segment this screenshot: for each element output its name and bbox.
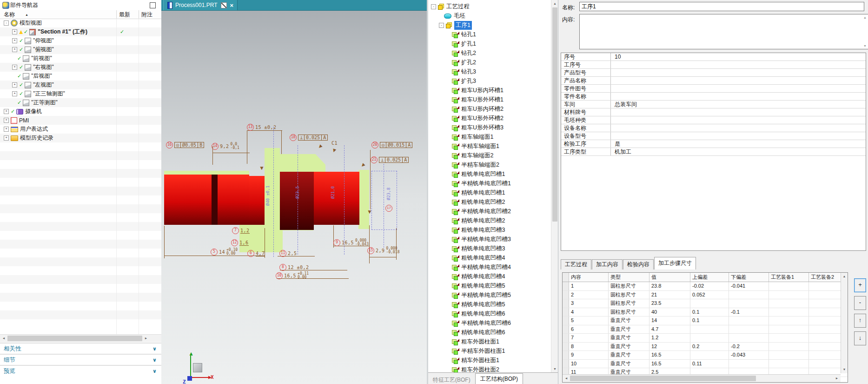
process-tree-item[interactable]: 粗车U形内环槽1 [428,86,504,95]
move-down-button[interactable]: ↓ [854,331,866,345]
property-row[interactable]: 序号10 [561,53,866,61]
property-value[interactable]: 是 [611,140,620,148]
navigator-tree-item[interactable]: +✓"仰视图" [0,36,161,45]
table-cell[interactable]: 3 [569,299,609,308]
table-cell[interactable] [729,317,769,325]
process-tree-item[interactable]: 半精铣单纯底凹槽4 [428,263,511,272]
property-row[interactable]: 材料牌号 [561,108,866,116]
navigator-tree-item[interactable]: +✓"左视图" [0,81,161,89]
expand-icon[interactable]: + [4,109,9,114]
process-tree-item[interactable]: 钻孔2 [428,48,476,58]
property-row[interactable]: 设备型号 [561,132,866,140]
table-row[interactable]: 7垂直尺寸1.2 [563,334,848,343]
table-cell[interactable]: 2 [569,291,609,299]
process-tree-vscrollbar[interactable]: ▲ ▼ [551,0,558,372]
process-tree-item[interactable]: 粗车轴端面1 [428,132,493,141]
expand-icon[interactable]: + [4,135,9,141]
section-dependencies[interactable]: 相关性 ∨ [0,343,161,354]
table-cell[interactable] [769,317,809,325]
scroll-left-icon[interactable]: ◄ [563,375,570,382]
property-value[interactable] [611,69,615,76]
process-tree-item[interactable]: 粗铣单纯底凹槽6 [428,309,505,318]
process-tree-item[interactable]: 粗铣单纯底凹槽5 [428,281,505,290]
row-selector[interactable] [563,351,569,359]
section-preview[interactable]: 预览 ∨ [0,365,161,376]
edit-icon[interactable] [221,2,227,8]
expand-icon[interactable]: + [12,29,17,34]
content-textarea[interactable]: ▲ ▼ [579,14,868,49]
column-latest[interactable]: 最新 [115,11,130,19]
table-cell[interactable]: 8 [569,343,609,351]
scrollbar-thumb[interactable] [570,376,756,381]
table-cell[interactable]: 4.7 [649,325,690,334]
table-cell[interactable] [729,299,769,308]
table-row[interactable]: 10垂直尺寸16.50.11 [563,360,848,369]
restore-window-icon[interactable] [150,2,156,8]
column-header[interactable]: 值 [649,273,690,282]
table-cell[interactable] [729,291,769,299]
process-tree-item[interactable]: 粗铣单纯底凹槽1 [428,169,505,179]
table-cell[interactable]: 圆柱形尺寸 [609,299,649,308]
detail-tab[interactable]: 工艺过程 [561,259,591,269]
process-tree-item[interactable]: 毛坯 [428,11,465,20]
process-tree-item[interactable]: 半精铣单纯底凹槽2 [428,207,511,216]
table-cell[interactable] [769,299,809,308]
table-cell[interactable]: 垂直尺寸 [609,317,649,325]
table-cell[interactable]: 16.5 [649,360,690,368]
process-tree-item[interactable]: 半精车轴端面1 [428,141,499,151]
process-tree-item[interactable]: 半精铣单纯底凹槽6 [428,318,511,328]
table-cell[interactable]: 6 [569,325,609,334]
process-tree-item[interactable]: 粗车外圆柱面2 [428,365,499,372]
section-details[interactable]: 细节 ∨ [0,354,161,365]
table-cell[interactable]: -0.2 [729,343,769,351]
process-tree-item[interactable]: 粗车U形内环槽2 [428,104,504,114]
property-row[interactable]: 产品型号 [561,69,866,77]
scroll-up-icon[interactable]: ▲ [863,16,867,19]
table-cell[interactable]: 0.1 [690,308,729,317]
property-value[interactable]: 10 [611,53,621,61]
dimension-table[interactable]: 内容类型值上偏差下偏差工艺装备1工艺装备2名称1圆柱形尺寸23.8-0.02-0… [562,272,848,383]
table-cell[interactable]: -0.1 [729,308,769,317]
table-cell[interactable]: 10 [569,360,609,368]
row-selector[interactable] [563,343,569,351]
property-value[interactable] [611,132,615,140]
table-cell[interactable]: 垂直尺寸 [609,351,649,359]
operation-properties-grid[interactable]: 序号10工序号产品型号产品名称零件图号零件名称车间总装车间材料牌号毛坯种类设备名… [561,53,866,251]
table-cell[interactable] [769,360,809,368]
process-tree-item[interactable]: 精铣单纯底凹槽3 [428,244,505,253]
table-row[interactable]: 4圆柱形尺寸400.1-0.1 [563,308,848,317]
remove-row-button[interactable]: - [854,296,866,310]
tree-column-header[interactable]: 名称 ▲ 最新 附注 [0,10,161,19]
model-canvas[interactable]: ▼▼▼▼▼16◎Ø0.05B149,20,0-0,11315 ±0,218⊥0.… [161,10,427,384]
part-file-tab[interactable]: Process001.PRT × [163,0,238,10]
row-selector[interactable] [563,317,569,325]
table-cell[interactable] [769,291,809,299]
table-cell[interactable] [729,360,769,368]
column-header[interactable]: 工艺装备1 [769,273,809,282]
table-cell[interactable]: 21 [649,291,690,299]
table-cell[interactable] [729,325,769,334]
scroll-right-icon[interactable]: ► [142,335,150,342]
navigator-tree-item[interactable]: ✓"前视图" [0,54,161,63]
row-selector[interactable] [563,308,569,317]
table-cell[interactable] [690,351,729,359]
table-cell[interactable]: 垂直尺寸 [609,334,649,342]
table-cell[interactable]: -0.043 [729,351,769,359]
expand-icon[interactable]: + [12,91,17,96]
scroll-down-icon[interactable]: ▼ [863,44,867,47]
process-tree-item[interactable]: 扩孔1 [428,39,476,48]
column-header[interactable]: 上偏差 [690,273,729,282]
process-tree-item[interactable]: -工序1 [428,20,472,30]
table-cell[interactable]: 垂直尺寸 [609,343,649,351]
detail-tab[interactable]: 加工内容 [592,259,623,269]
table-hscrollbar[interactable]: ◄ ► [563,374,841,382]
process-tree-item[interactable]: 精铣单纯底凹槽5 [428,300,505,309]
property-row[interactable]: 产品名称 [561,77,866,85]
table-cell[interactable]: 7 [569,334,609,342]
process-tree-item[interactable]: 粗车U形外环槽1 [428,95,504,104]
graphics-viewport[interactable]: Process001.PRT × ▼▼▼▼▼16◎Ø0.05B149,20,0-… [161,0,427,384]
process-tree-item[interactable]: 粗车U形外环槽2 [428,114,504,123]
collapse-icon[interactable]: - [431,4,436,9]
property-row[interactable]: 毛坯种类 [561,116,866,124]
property-value[interactable] [611,124,615,132]
